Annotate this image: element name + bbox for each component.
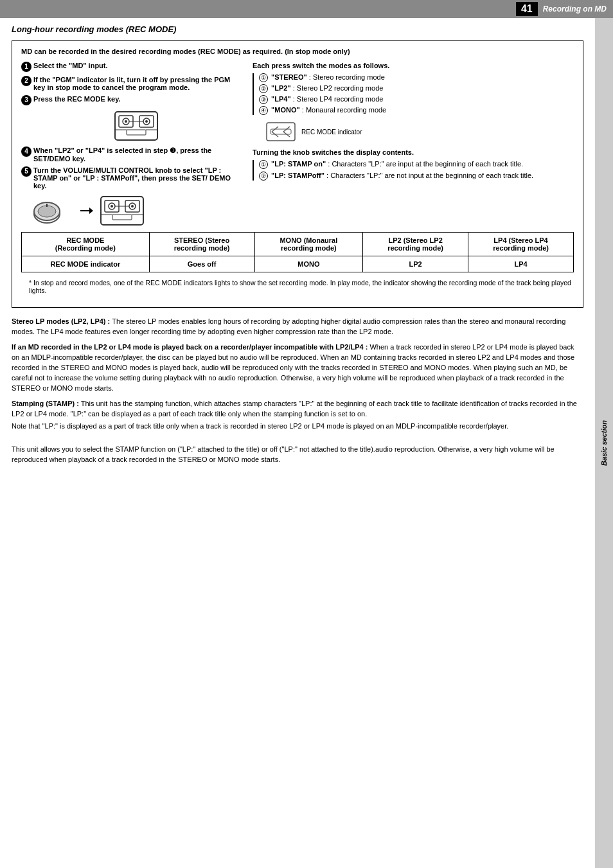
step2-text: If the "PGM" indicator is lit, turn it o… — [33, 76, 240, 91]
rec-mode-indicator-area: REC MODE indicator — [265, 121, 574, 142]
cassette-image-1 — [33, 111, 240, 141]
page-title: Recording on MD — [543, 4, 607, 13]
mode-desc-3: : Stereo LP4 recording mode — [293, 95, 384, 103]
outer-box: MD can be recorded in the desired record… — [12, 40, 583, 308]
svg-point-13 — [38, 206, 56, 217]
step-4: 4 When "LP2" or "LP4" is selected in ste… — [21, 146, 240, 163]
right-instructions: Each press switch the modes as follows. … — [246, 62, 574, 232]
knob-desc-1: : Characters "LP:" are input at the begi… — [328, 160, 523, 168]
note3-text: This unit has the stamping function, whi… — [12, 400, 577, 418]
step5-text: Turn the VOLUME/MULTI CONTROL knob to se… — [33, 166, 240, 190]
mode-label-4: "MONO" — [271, 106, 300, 114]
mode-item-3: ③ "LP4" : Stereo LP4 recording mode — [259, 95, 574, 104]
step1-text: Select the "MD" input. — [33, 62, 108, 69]
note-para-1: Stereo LP modes (LP2, LP4) : The stereo … — [12, 317, 583, 337]
note3-text3: This unit allows you to select the STAMP… — [12, 445, 583, 465]
step4-text: When "LP2" or "LP4" is selected in step … — [33, 146, 240, 163]
td-indicator: REC MODE indicator — [22, 256, 150, 272]
th-mono: MONO (Monauralrecording mode) — [254, 233, 363, 256]
note2-label: If an MD recorded in the LP2 or LP4 mode… — [12, 343, 368, 351]
mode-item-4: ④ "MONO" : Monaural recording mode — [259, 106, 574, 115]
mode-desc-4: : Monaural recording mode — [302, 106, 386, 114]
table-header-row: REC MODE(Recording mode) STEREO (Stereor… — [22, 233, 574, 256]
note1-label: Stereo LP modes (LP2, LP4) : — [12, 317, 112, 325]
knob-item-1: ① "LP: STAMP on" : Characters "LP:" are … — [259, 160, 574, 169]
arrow-svg — [79, 204, 93, 217]
note-para-3: Stamping (STAMP) : This unit has the sta… — [12, 399, 583, 466]
knob-desc-2: : Characters "LP:" are not input at the … — [326, 172, 533, 179]
mode-desc-1: : Stereo recording mode — [309, 73, 385, 81]
step3-num: 3 — [21, 95, 31, 105]
mode-item-1: ① "STEREO" : Stereo recording mode — [259, 73, 574, 82]
intro-text: MD can be recorded in the desired record… — [21, 48, 574, 55]
svg-rect-28 — [267, 123, 295, 141]
knob-svg — [33, 195, 73, 227]
sidebar-label: Basic section — [600, 420, 608, 466]
knob-num-2: ② — [259, 172, 268, 181]
td-lp4-val: LP4 — [468, 256, 574, 272]
top-bar: 41 Recording on MD — [0, 0, 613, 18]
step2-num: 2 — [21, 76, 31, 86]
knob-item-2: ② "LP: STAMPoff" : Characters "LP:" are … — [259, 172, 574, 181]
knob-label-2: "LP: STAMPoff" — [271, 172, 324, 179]
left-steps: 1 Select the "MD" input. 2 If the "PGM" … — [21, 62, 240, 232]
modes-list: ① "STEREO" : Stereo recording mode ② "LP… — [253, 73, 574, 115]
steps-area: 1 Select the "MD" input. 2 If the "PGM" … — [21, 62, 574, 232]
knob-label-1: "LP: STAMP on" — [271, 160, 326, 168]
step-5: 5 Turn the VOLUME/MULTI CONTROL knob to … — [21, 166, 240, 190]
step3-text: Press the REC MODE key. — [33, 95, 121, 103]
td-mono-val: MONO — [254, 256, 363, 272]
mode-label-2: "LP2" — [271, 84, 291, 92]
footer-note: * In stop and record modes, one of the R… — [21, 279, 574, 294]
rec-mode-indicator-label: REC MODE indicator — [301, 128, 362, 136]
cassette-svg-2 — [100, 195, 145, 226]
svg-marker-16 — [89, 208, 93, 214]
step5-num: 5 — [21, 166, 31, 177]
th-stereo: STEREO (Stereorecording mode) — [149, 233, 254, 256]
svg-point-4 — [125, 120, 127, 123]
mode-item-2: ② "LP2" : Stereo LP2 recording mode — [259, 84, 574, 93]
note3-text2: Note that "LP:" is displayed as a part o… — [12, 421, 583, 432]
mode-desc-2: : Stereo LP2 recording mode — [293, 84, 384, 92]
svg-point-6 — [145, 120, 148, 123]
th-lp4: LP4 (Stereo LP4recording mode) — [468, 233, 574, 256]
arrow-row — [33, 195, 240, 227]
th-lp2: LP2 (Stereo LP2recording mode) — [363, 233, 468, 256]
svg-rect-8 — [127, 130, 146, 135]
note-para-2: If an MD recorded in the LP2 or LP4 mode… — [12, 342, 583, 394]
note3-label: Stamping (STAMP) : — [12, 400, 79, 407]
main-content: Long-hour recording modes (REC MODE) MD … — [0, 18, 595, 482]
td-lp2-val: LP2 — [363, 256, 468, 272]
table-row: REC MODE indicator Goes off MONO LP2 LP4 — [22, 256, 574, 272]
mode-num-2: ② — [259, 84, 268, 93]
sidebar: Basic section — [595, 18, 613, 868]
page-number: 41 — [516, 2, 538, 16]
footer-note-text: * In stop and record modes, one of the R… — [29, 279, 571, 294]
mode-num-4: ④ — [259, 106, 268, 115]
th-rec-mode: REC MODE(Recording mode) — [22, 233, 150, 256]
svg-point-23 — [131, 205, 134, 208]
svg-rect-25 — [112, 215, 132, 220]
knob-list: ① "LP: STAMP on" : Characters "LP:" are … — [253, 160, 574, 181]
step-3: 3 Press the REC MODE key. — [21, 95, 240, 105]
each-press-title: Each press switch the modes as follows. — [253, 62, 574, 69]
mode-label-1: "STEREO" — [271, 73, 307, 81]
step-2: 2 If the "PGM" indicator is lit, turn it… — [21, 76, 240, 91]
td-goes-off: Goes off — [149, 256, 254, 272]
step1-num: 1 — [21, 62, 31, 72]
turning-knob-title: Turning the knob switches the display co… — [253, 148, 574, 156]
mode-num-3: ③ — [259, 95, 268, 104]
step4-num: 4 — [21, 146, 31, 157]
rec-mode-table: REC MODE(Recording mode) STEREO (Stereor… — [21, 232, 574, 272]
mode-label-3: "LP4" — [271, 95, 291, 103]
knob-num-1: ① — [259, 160, 268, 169]
step-1: 1 Select the "MD" input. — [21, 62, 240, 72]
rec-mode-indicator-svg — [265, 121, 296, 142]
mode-num-1: ① — [259, 73, 268, 82]
cassette-svg-1 — [114, 111, 159, 141]
section-title: Long-hour recording modes (REC MODE) — [12, 24, 583, 34]
svg-point-21 — [111, 205, 113, 208]
